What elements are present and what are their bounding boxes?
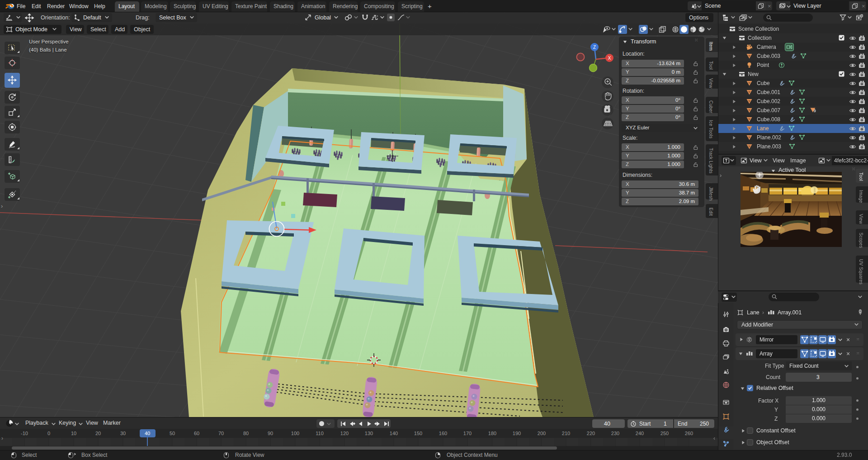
svg-text:Z: Z	[593, 45, 596, 50]
svg-text:X: X	[608, 56, 611, 61]
